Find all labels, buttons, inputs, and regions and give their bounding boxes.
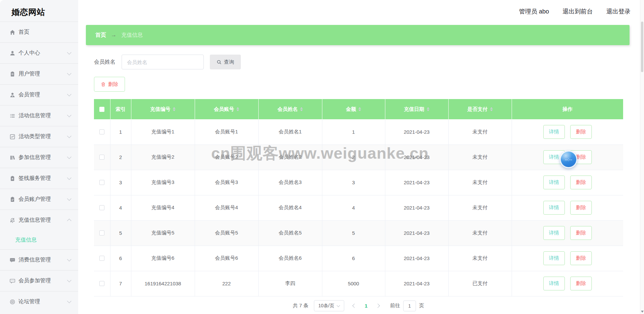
breadcrumb-current: 充值信息 [121, 32, 143, 39]
row-delete-button[interactable]: 删除 [570, 277, 592, 290]
chat-filled-icon [9, 257, 15, 263]
current-page-number[interactable]: 1 [365, 303, 367, 309]
sidebar-item-label: 会员参加管理 [19, 277, 68, 284]
sidebar-item-label: 活动信息管理 [19, 112, 68, 119]
member-icon [9, 92, 15, 98]
page-size-select[interactable]: 10条/页 [314, 300, 344, 311]
sort-carets-icon[interactable] [427, 107, 429, 111]
column-header[interactable]: 操作 [512, 99, 623, 119]
query-button[interactable]: 查询 [210, 55, 241, 69]
row-delete-button[interactable]: 删除 [570, 176, 592, 189]
back-to-front-link[interactable]: 退出到前台 [562, 7, 593, 15]
chevron-down-icon [67, 155, 71, 159]
sidebar-item[interactable]: 活动类型管理 [0, 126, 78, 147]
sidebar-item[interactable]: 签线服务管理 [0, 168, 78, 189]
sidebar-item[interactable]: 活动信息管理 [0, 105, 78, 126]
row-checkbox[interactable] [99, 256, 104, 261]
sidebar-item[interactable]: 参加信息管理 [0, 147, 78, 168]
prev-page-button[interactable] [350, 302, 359, 309]
chevron-right-icon [376, 304, 380, 308]
row-checkbox[interactable] [99, 180, 104, 185]
next-page-button[interactable] [373, 302, 383, 309]
table-row: 1 充值编号1 会员账号1 会员姓名1 1 2021-04-23 未支付 详情 … [94, 119, 623, 145]
detail-button[interactable]: 详情 [543, 125, 565, 139]
sidebar-item[interactable]: 会员参加管理 [0, 270, 78, 291]
cell-checkbox [94, 170, 110, 195]
sidebar-item[interactable]: 首页 [0, 22, 78, 42]
sidebar-item[interactable]: 消费信息管理 [0, 249, 78, 270]
recharge-table: cn围观客www.weiguanke.cn --:-- 索引 [94, 99, 623, 296]
row-delete-button[interactable]: 删除 [570, 226, 592, 240]
member-name-input[interactable] [122, 55, 204, 69]
row-delete-button[interactable]: 删除 [570, 125, 592, 139]
row-delete-button[interactable]: 删除 [570, 201, 592, 215]
detail-button[interactable]: 详情 [543, 277, 565, 290]
sidebar-item-label: 活动类型管理 [19, 133, 68, 140]
sidebar-item[interactable]: 会员账户管理 [0, 189, 78, 210]
sidebar-item[interactable]: 用户管理 [0, 63, 78, 84]
cell-index: 6 [110, 246, 131, 271]
books-icon [9, 155, 15, 161]
table-row: 5 充值编号5 会员账号5 会员姓名5 5 2021-04-23 未支付 详情 … [94, 220, 623, 246]
cell-account: 会员账号1 [195, 119, 258, 145]
sidebar-item[interactable]: 论坛管理 [0, 291, 78, 312]
sort-carets-icon[interactable] [300, 107, 303, 111]
sort-carets-icon[interactable] [490, 107, 493, 111]
detail-button[interactable]: 详情 [543, 201, 565, 215]
target-icon [9, 299, 15, 305]
bulk-delete-button[interactable]: 删除 [94, 77, 125, 92]
row-checkbox[interactable] [99, 129, 104, 134]
logout-link[interactable]: 退出登录 [606, 7, 631, 15]
cell-checkbox [94, 145, 110, 170]
cell-index: 5 [110, 220, 131, 246]
sidebar-item[interactable]: 充值信息管理 [0, 210, 78, 230]
table-row: 6 充值编号6 会员账号6 会员姓名6 6 2021-04-23 未支付 详情 … [94, 246, 623, 271]
cell-actions: 详情 删除 [512, 119, 623, 145]
cell-account: 222 [195, 271, 258, 296]
column-header[interactable]: 是否支付 [448, 99, 512, 119]
floating-timer-badge[interactable]: --:-- [560, 151, 577, 168]
detail-button[interactable]: 详情 [543, 226, 565, 240]
detail-button[interactable]: 详情 [543, 176, 565, 189]
select-all-checkbox[interactable] [99, 107, 104, 112]
sidebar: 婚恋网站 首页 个人中心 用户管理 会员管理 活动信息管理 [0, 0, 78, 314]
table-row: 2 充值编号2 会员账号2 会员姓名2 2 2021-04-23 未支付 详情 … [94, 145, 623, 170]
detail-button[interactable]: 详情 [543, 251, 565, 265]
sort-carets-icon[interactable] [236, 107, 239, 111]
column-header[interactable]: 金额 [322, 99, 385, 119]
column-header[interactable]: 会员账号 [195, 99, 258, 119]
scrollbar-thumb[interactable] [641, 22, 643, 72]
row-checkbox[interactable] [99, 205, 104, 210]
cell-checkbox [94, 220, 110, 246]
sidebar-item-label: 参加信息管理 [19, 154, 68, 161]
row-delete-button[interactable]: 删除 [570, 251, 592, 265]
cell-name: 会员姓名1 [258, 119, 322, 145]
row-checkbox[interactable] [99, 281, 104, 286]
scroll-down-arrow-icon[interactable] [641, 311, 644, 313]
column-header[interactable]: 充值编号 [131, 99, 195, 119]
admin-user-label[interactable]: 管理员 abo [519, 7, 549, 15]
cell-paid-status: 已支付 [448, 271, 512, 296]
column-header[interactable]: 充值日期 [385, 99, 448, 119]
cell-name: 会员姓名4 [258, 195, 322, 220]
column-header[interactable]: 索引 [110, 99, 131, 119]
cell-amount: 3 [322, 170, 385, 195]
cell-actions: 详情 删除 [512, 271, 623, 296]
chevron-down-icon [337, 304, 340, 307]
cell-account: 会员账号6 [195, 246, 258, 271]
column-header[interactable]: 会员姓名 [258, 99, 322, 119]
line-chart-icon [9, 134, 15, 140]
row-checkbox[interactable] [99, 230, 104, 236]
sort-carets-icon[interactable] [173, 107, 175, 111]
scrollbar-track[interactable] [640, 0, 644, 314]
sidebar-item[interactable]: 个人中心 [0, 42, 78, 63]
sort-carets-icon[interactable] [358, 107, 361, 111]
sidebar-item-label: 消费信息管理 [19, 256, 68, 263]
sidebar-item[interactable]: 充值信息 [0, 230, 78, 249]
goto-label: 前往 [390, 303, 400, 309]
goto-page-input[interactable] [403, 301, 416, 311]
chevron-down-icon [67, 278, 71, 282]
row-checkbox[interactable] [99, 155, 104, 160]
sidebar-item[interactable]: 会员管理 [0, 84, 78, 105]
breadcrumb-home-link[interactable]: 首页 [95, 32, 106, 39]
